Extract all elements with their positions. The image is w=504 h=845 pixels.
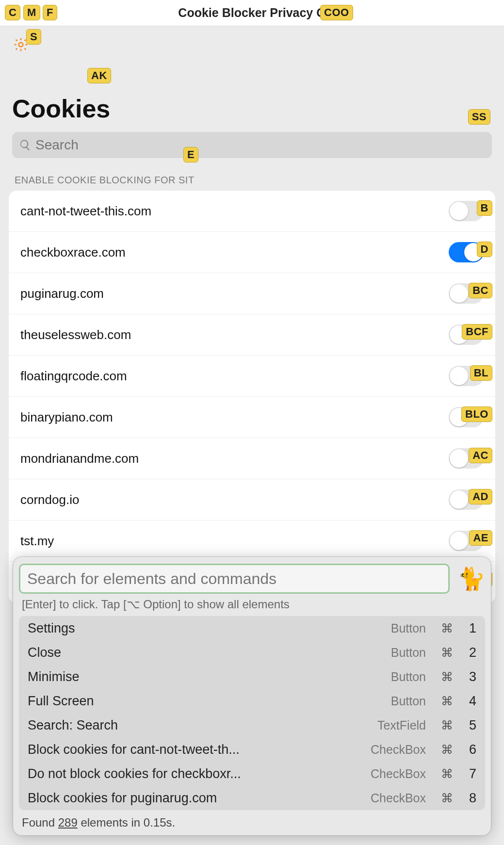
palette-item[interactable]: Search: SearchTextField⌘5 xyxy=(19,713,485,737)
palette-item[interactable]: CloseButton⌘2 xyxy=(19,640,485,665)
section-header: ENABLE COOKIE BLOCKING FOR SIT xyxy=(0,158,504,191)
palette-item-label: Full Screen xyxy=(28,694,391,709)
hint-title: COO xyxy=(320,5,353,20)
palette-item[interactable]: SettingsButton⌘1 xyxy=(19,616,485,640)
site-row: theuselessweb.comBCF xyxy=(9,314,495,356)
palette-item-type: Button xyxy=(391,670,426,684)
site-row: checkboxrace.comD xyxy=(9,232,495,273)
palette-item-label: Close xyxy=(28,645,391,660)
site-list: cant-not-tweet-this.comBcheckboxrace.com… xyxy=(9,191,495,603)
site-domain: corndog.io xyxy=(20,492,79,507)
window-titlebar: Cookie Blocker Privacy G xyxy=(0,0,504,26)
site-domain: tst.my xyxy=(20,534,54,549)
site-domain: puginarug.com xyxy=(20,286,104,301)
hint-site-toggle: BC xyxy=(469,283,492,298)
palette-item-label: Do not block cookies for checkboxr... xyxy=(28,766,371,781)
palette-item-label: Block cookies for cant-not-tweet-th... xyxy=(28,742,371,757)
hint-site-toggle: AC xyxy=(469,448,492,463)
palette-item-shortcut-number: 8 xyxy=(462,791,476,806)
hint-site-toggle: AD xyxy=(469,489,492,504)
svg-point-0 xyxy=(19,43,23,47)
palette-footer: Found 289 elements in 0.15s. xyxy=(19,810,485,830)
site-row: cant-not-tweet-this.comB xyxy=(9,191,495,232)
hint-section: E xyxy=(183,147,198,162)
palette-item-shortcut-number: 5 xyxy=(462,718,476,733)
hint-site-toggle: BCF xyxy=(462,324,492,340)
hint-settings: S xyxy=(26,29,41,45)
palette-item[interactable]: Do not block cookies for checkboxr...Che… xyxy=(19,762,485,786)
palette-item[interactable]: MinimiseButton⌘3 xyxy=(19,665,485,689)
site-row: mondrianandme.comAC xyxy=(9,438,495,479)
site-row: binarypiano.comBLO xyxy=(9,397,495,438)
site-domain: theuselessweb.com xyxy=(20,327,131,342)
hint-minimise: M xyxy=(23,5,40,20)
palette-item-modifier: ⌘ xyxy=(440,743,453,757)
palette-result-list: SettingsButton⌘1CloseButton⌘2MinimiseBut… xyxy=(19,616,485,810)
site-row: floatingqrcode.comBL xyxy=(9,356,495,397)
palette-item-type: Button xyxy=(391,646,426,660)
search-field[interactable] xyxy=(12,132,492,158)
palette-item-type: CheckBox xyxy=(371,791,426,805)
palette-item-shortcut-number: 7 xyxy=(462,766,476,781)
site-domain: binarypiano.com xyxy=(20,410,113,425)
palette-item-modifier: ⌘ xyxy=(440,670,453,684)
hint-site-toggle: AE xyxy=(469,530,492,546)
command-palette: 🐈 [Enter] to click. Tap [⌥ Option] to sh… xyxy=(13,557,491,835)
site-domain: floatingqrcode.com xyxy=(20,369,127,384)
palette-search-input[interactable] xyxy=(19,564,450,594)
palette-item-shortcut-number: 2 xyxy=(462,645,476,660)
search-input[interactable] xyxy=(35,137,485,153)
hint-site-toggle: BLO xyxy=(461,406,492,422)
hint-site-toggle: B xyxy=(477,200,492,216)
palette-item-label: Minimise xyxy=(28,669,391,684)
palette-item-modifier: ⌘ xyxy=(440,694,453,708)
site-domain: checkboxrace.com xyxy=(20,245,126,260)
site-domain: cant-not-tweet-this.com xyxy=(20,204,151,219)
palette-item-modifier: ⌘ xyxy=(440,718,453,732)
window-title: Cookie Blocker Privacy G xyxy=(178,6,325,20)
site-domain: mondrianandme.com xyxy=(20,451,139,466)
palette-item-type: CheckBox xyxy=(371,767,426,781)
palette-hint-text: [Enter] to click. Tap [⌥ Option] to show… xyxy=(19,594,485,616)
palette-item-shortcut-number: 3 xyxy=(462,669,476,684)
palette-item-label: Block cookies for puginarug.com xyxy=(28,791,371,806)
hint-close: C xyxy=(5,5,20,20)
hint-page-title: AK xyxy=(87,68,111,83)
palette-item[interactable]: Block cookies for puginarug.comCheckBox⌘… xyxy=(19,786,485,810)
palette-item-modifier: ⌘ xyxy=(440,791,453,805)
palette-item-label: Search: Search xyxy=(28,718,377,733)
palette-item-label: Settings xyxy=(28,621,391,636)
search-icon xyxy=(19,139,32,151)
palette-item-modifier: ⌘ xyxy=(440,767,453,781)
palette-item-modifier: ⌘ xyxy=(440,646,453,660)
palette-item-shortcut-number: 6 xyxy=(462,742,476,757)
palette-item-type: TextField xyxy=(377,718,426,732)
hint-fullscreen: F xyxy=(43,5,57,20)
palette-item-modifier: ⌘ xyxy=(440,621,453,635)
hint-site-toggle: D xyxy=(477,242,492,257)
site-row: corndog.ioAD xyxy=(9,479,495,520)
site-row: puginarug.comBC xyxy=(9,273,495,314)
cat-icon: 🐈 xyxy=(457,568,485,590)
hint-search: SS xyxy=(468,109,490,125)
hint-site-toggle: BL xyxy=(470,365,492,381)
palette-item-type: CheckBox xyxy=(371,743,426,757)
site-row: tst.myAE xyxy=(9,520,495,562)
page-title: Cookies xyxy=(0,26,504,123)
palette-item-type: Button xyxy=(391,621,426,635)
palette-item-shortcut-number: 4 xyxy=(462,694,476,709)
palette-item[interactable]: Full ScreenButton⌘4 xyxy=(19,689,485,713)
palette-item[interactable]: Block cookies for cant-not-tweet-th...Ch… xyxy=(19,737,485,762)
palette-item-shortcut-number: 1 xyxy=(462,621,476,636)
palette-item-type: Button xyxy=(391,694,426,708)
